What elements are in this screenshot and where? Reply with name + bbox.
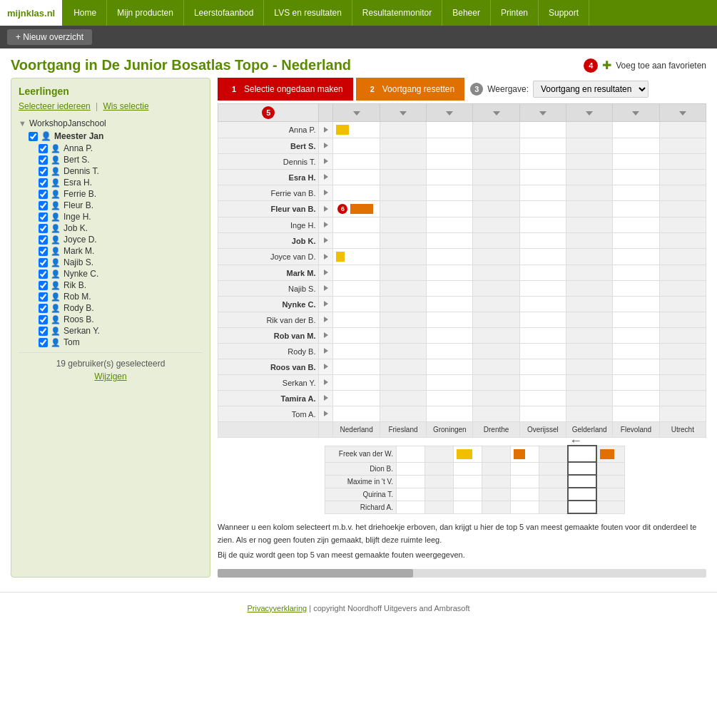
col-dropdown-icon[interactable] <box>632 111 639 116</box>
student-checkbox[interactable] <box>39 281 48 290</box>
row-expand-icon[interactable] <box>324 317 328 322</box>
nav-lvs[interactable]: LVS en resultaten <box>264 0 352 26</box>
nav-printen[interactable]: Printen <box>491 0 539 26</box>
row-expand-icon[interactable] <box>324 379 328 385</box>
arrow-cell[interactable] <box>319 154 333 170</box>
student-checkbox[interactable] <box>39 304 48 313</box>
arrow-cell[interactable] <box>319 170 333 185</box>
add-favorite-button[interactable]: 4 ✚ Voeg toe aan favorieten <box>584 58 706 73</box>
col-dropdown-icon[interactable] <box>679 111 686 116</box>
nav-resultaten[interactable]: Resultatenmonitor <box>352 0 442 26</box>
selectie-ongedaan-button[interactable]: 1 Selectie ongedaan maken <box>218 78 353 101</box>
row-expand-icon[interactable] <box>324 190 328 195</box>
nav-home[interactable]: Home <box>63 0 107 26</box>
student-checkbox[interactable] <box>39 190 48 199</box>
wijzigen-link[interactable]: Wijzigen <box>19 371 203 381</box>
teacher-checkbox[interactable] <box>29 132 38 141</box>
weergave-select[interactable]: Voortgang en resultaten <box>533 81 649 98</box>
arrow-cell[interactable] <box>319 344 333 359</box>
arrow-cell[interactable] <box>319 249 333 265</box>
scroll-thumb[interactable] <box>218 569 413 578</box>
student-checkbox[interactable] <box>39 258 48 267</box>
row-expand-icon[interactable] <box>324 348 328 354</box>
data-cell <box>566 297 613 312</box>
scroll-bar[interactable] <box>218 569 706 578</box>
student-checkbox[interactable] <box>39 155 48 165</box>
student-checkbox[interactable] <box>39 167 48 176</box>
arrow-cell[interactable] <box>319 281 333 297</box>
arrow-cell[interactable] <box>319 265 333 281</box>
row-expand-icon[interactable] <box>324 411 328 416</box>
arrow-cell[interactable] <box>319 391 333 406</box>
privacy-link[interactable]: Privacyverklaring <box>247 604 307 612</box>
student-checkbox[interactable] <box>39 235 48 245</box>
arrow-cell[interactable] <box>319 122 333 138</box>
row-expand-icon[interactable] <box>324 285 328 291</box>
row-expand-icon[interactable] <box>324 395 328 401</box>
nav-beheer[interactable]: Beheer <box>442 0 491 26</box>
student-checkbox[interactable] <box>39 327 48 336</box>
row-expand-icon[interactable] <box>324 301 328 307</box>
clear-selection-link[interactable]: Wis selectie <box>103 101 149 111</box>
arrow-cell[interactable] <box>319 297 333 312</box>
student-checkbox[interactable] <box>39 270 48 279</box>
arrow-cell[interactable] <box>319 217 333 233</box>
col-dropdown-icon[interactable] <box>586 111 593 116</box>
student-checkbox[interactable] <box>39 212 48 222</box>
student-checkbox[interactable] <box>39 224 48 233</box>
row-expand-icon[interactable] <box>324 158 328 164</box>
nav-support[interactable]: Support <box>539 0 589 26</box>
fav-label: Voeg toe aan favorieten <box>616 61 706 71</box>
arrow-cell[interactable] <box>319 233 333 249</box>
main-layout: Leerlingen Selecteer iedereen | Wis sele… <box>0 78 717 585</box>
row-expand-icon[interactable] <box>324 222 328 227</box>
arrow-cell[interactable] <box>319 185 333 201</box>
row-expand-icon[interactable] <box>324 174 328 180</box>
col-dropdown-icon[interactable] <box>446 111 453 116</box>
new-overview-button[interactable]: + Nieuw overzicht <box>7 29 92 45</box>
row-expand-icon[interactable] <box>324 270 328 275</box>
row-expand-icon[interactable] <box>324 143 328 148</box>
mini-data-cell <box>397 446 425 462</box>
col-nederland[interactable] <box>333 104 380 122</box>
nav-leerstof[interactable]: Leerstofaanbod <box>184 0 264 26</box>
arrow-cell[interactable] <box>319 375 333 391</box>
voortgang-resetten-button[interactable]: 2 Voortgang resetten <box>356 78 464 101</box>
col-dropdown-icon[interactable] <box>353 111 360 116</box>
col-gelderland[interactable] <box>566 104 613 122</box>
arrow-cell[interactable] <box>319 201 333 217</box>
student-checkbox[interactable] <box>39 292 48 302</box>
col-drenthe[interactable] <box>473 104 519 122</box>
arrow-cell[interactable] <box>319 312 333 328</box>
student-checkbox[interactable] <box>39 315 48 324</box>
data-cell <box>659 185 706 201</box>
row-expand-icon[interactable] <box>324 206 328 212</box>
arrow-cell[interactable] <box>319 406 333 422</box>
logo[interactable]: mijnklas.nl <box>0 0 62 26</box>
col-dropdown-icon[interactable] <box>493 111 500 116</box>
row-expand-icon[interactable] <box>324 237 328 243</box>
col-dropdown-icon[interactable] <box>539 111 546 116</box>
arrow-cell[interactable] <box>319 359 333 375</box>
arrow-cell[interactable] <box>319 138 333 154</box>
col-groningen[interactable] <box>427 104 473 122</box>
student-checkbox[interactable] <box>39 144 48 153</box>
col-dropdown-icon[interactable] <box>400 111 407 116</box>
nav-products[interactable]: Mijn producten <box>107 0 184 26</box>
name-col-header: 5 <box>218 104 319 122</box>
col-overijssel[interactable] <box>519 104 566 122</box>
arrow-cell[interactable] <box>319 328 333 344</box>
col-friesland[interactable] <box>380 104 426 122</box>
row-expand-icon[interactable] <box>324 364 328 369</box>
student-checkbox[interactable] <box>39 178 48 188</box>
row-expand-icon[interactable] <box>324 127 328 133</box>
col-utrecht[interactable] <box>659 104 706 122</box>
student-checkbox[interactable] <box>39 247 48 256</box>
row-expand-icon[interactable] <box>324 254 328 260</box>
col-flevoland[interactable] <box>613 104 659 122</box>
row-expand-icon[interactable] <box>324 332 328 338</box>
select-all-link[interactable]: Selecteer iedereen <box>19 101 91 111</box>
student-checkbox[interactable] <box>39 338 48 347</box>
data-cell <box>613 375 659 391</box>
student-checkbox[interactable] <box>39 201 48 210</box>
